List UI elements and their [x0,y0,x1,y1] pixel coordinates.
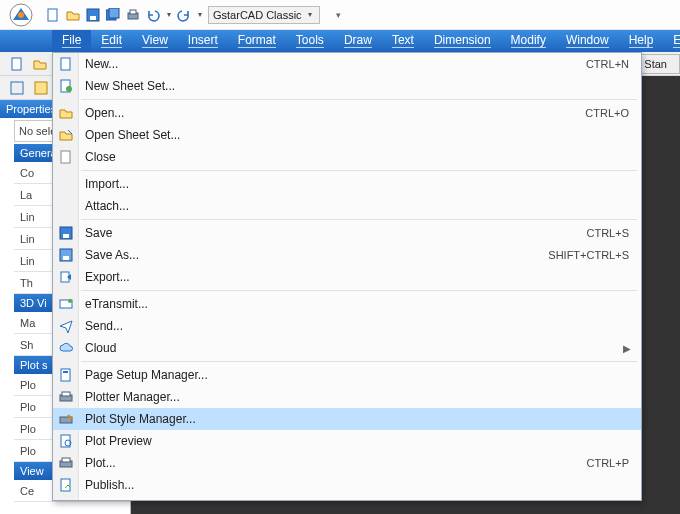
menu-save-as[interactable]: Save As...SHIFT+CTRL+S [53,244,641,266]
menu-open-sheet-set[interactable]: Open Sheet Set... [53,124,641,146]
menu-export[interactable]: Export... [53,266,641,288]
menu-plot-preview[interactable]: Plot Preview [53,430,641,452]
menu-close[interactable]: Close [53,146,641,168]
open-icon [57,104,75,122]
svg-rect-12 [61,58,70,70]
plot-preview-icon [57,432,75,450]
plot-icon [57,454,75,472]
menu-text[interactable]: Text [382,30,424,52]
qat-open-icon[interactable] [64,6,82,24]
menu-dimension[interactable]: Dimension [424,30,501,52]
menu-tools[interactable]: Tools [286,30,334,52]
save-icon [57,224,75,242]
menu-draw[interactable]: Draw [334,30,382,52]
new-icon [57,55,75,73]
publish-icon [57,476,75,494]
app-logo[interactable] [6,0,36,30]
svg-rect-2 [48,9,57,21]
send-icon [57,317,75,335]
qat-redo-more[interactable]: ▾ [195,6,204,24]
tb-open-icon[interactable] [29,54,51,74]
menu-express[interactable]: Express [663,30,680,52]
svg-rect-6 [109,8,119,18]
menu-attach[interactable]: Attach... [53,195,641,217]
svg-point-14 [66,86,72,92]
menu-view[interactable]: View [132,30,178,52]
svg-rect-11 [35,82,47,94]
svg-rect-15 [61,151,70,163]
menu-file[interactable]: File [52,30,91,52]
menu-plotter-manager[interactable]: Plotter Manager... [53,386,641,408]
svg-rect-26 [62,392,70,396]
plotter-mgr-icon [57,388,75,406]
svg-rect-10 [11,82,23,94]
svg-rect-4 [90,16,96,20]
new-sheet-icon [57,77,75,95]
qat-new-icon[interactable] [44,6,62,24]
svg-rect-8 [130,10,136,14]
menu-save[interactable]: SaveCTRL+S [53,222,641,244]
etransmit-icon [57,295,75,313]
menu-open[interactable]: Open...CTRL+O [53,102,641,124]
qat-undo-more[interactable]: ▾ [164,6,173,24]
tb-new-icon[interactable] [6,54,28,74]
save-as-icon [57,246,75,264]
menu-insert[interactable]: Insert [178,30,228,52]
menu-bar: File Edit View Insert Format Tools Draw … [0,30,680,52]
menu-send[interactable]: Send... [53,315,641,337]
svg-rect-19 [63,256,69,260]
svg-rect-17 [63,234,69,238]
menu-edit[interactable]: Edit [91,30,132,52]
qat-print-icon[interactable] [124,6,142,24]
chevron-down-icon: ▾ [306,6,315,24]
qat-redo-icon[interactable] [175,6,193,24]
menu-new[interactable]: New...CTRL+N [53,53,641,75]
quick-access-toolbar: ▾ ▾ GstarCAD Classic ▾ ▾ [0,0,680,30]
workspace-select[interactable]: GstarCAD Classic ▾ [208,6,320,24]
attach-icon [57,197,75,215]
qat-saveall-icon[interactable] [104,6,122,24]
menu-help[interactable]: Help [619,30,664,52]
qat-undo-icon[interactable] [144,6,162,24]
open-sheet-icon [57,126,75,144]
menu-etransmit[interactable]: eTransmit... [53,293,641,315]
file-menu-dropdown: New...CTRL+N New Sheet Set... Open...CTR… [52,52,642,501]
cloud-icon [57,339,75,357]
menu-plot[interactable]: Plot...CTRL+P [53,452,641,474]
workspace-label: GstarCAD Classic [213,9,302,21]
chevron-right-icon: ▶ [623,343,631,354]
menu-page-setup[interactable]: Page Setup Manager... [53,364,641,386]
svg-rect-9 [12,58,21,70]
close-icon [57,148,75,166]
import-icon [57,175,75,193]
page-setup-icon [57,366,75,384]
plot-style-icon [57,410,75,428]
menu-plot-style-manager[interactable]: Plot Style Manager... [53,408,641,430]
menu-import[interactable]: Import... [53,173,641,195]
svg-rect-24 [63,371,68,373]
svg-point-1 [18,12,24,18]
qat-save-icon[interactable] [84,6,102,24]
menu-cloud[interactable]: Cloud▶ [53,337,641,359]
palette-btn2[interactable] [30,78,52,98]
palette-btn1[interactable] [6,78,28,98]
menu-new-sheet-set[interactable]: New Sheet Set... [53,75,641,97]
menu-window[interactable]: Window [556,30,619,52]
export-icon [57,268,75,286]
svg-point-22 [68,299,72,303]
qat-customize[interactable]: ▾ [336,10,341,20]
menu-publish[interactable]: Publish... [53,474,641,496]
svg-rect-23 [61,369,70,381]
menu-format[interactable]: Format [228,30,286,52]
menu-modify[interactable]: Modify [501,30,556,52]
svg-rect-31 [62,458,70,462]
